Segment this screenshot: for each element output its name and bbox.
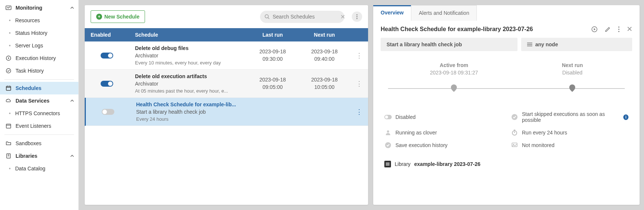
prop-save-history: Save execution history <box>384 142 502 148</box>
table-header: Enabled Schedule Last run Next run <box>85 28 368 41</box>
enable-toggle[interactable] <box>101 81 113 87</box>
row-description: Every 10 minutes, every hour, every day <box>135 60 241 66</box>
row-last-run: 2023-09-1809:30:00 <box>247 44 299 66</box>
chevron-up-icon <box>70 6 74 10</box>
search-schedules[interactable]: ✕ <box>260 11 344 23</box>
tab-alerts[interactable]: Alerts and Notification <box>411 5 477 21</box>
book-icon <box>384 161 391 167</box>
schedule-row[interactable]: Delete old debug files Archivator Every … <box>85 41 368 70</box>
calendar-icon <box>4 85 13 91</box>
svg-point-12 <box>265 15 269 18</box>
enable-toggle[interactable] <box>101 53 113 59</box>
detail-panel: Overview Alerts and Notification Health … <box>373 5 640 205</box>
divider <box>4 134 74 135</box>
nav-schedules[interactable]: Schedules <box>0 82 78 94</box>
nav-server-logs[interactable]: Server Logs <box>0 39 78 52</box>
prop-running-as: Running as clover <box>384 130 502 136</box>
pin-icon <box>569 84 575 92</box>
divider <box>4 79 74 80</box>
row-description: Every 24 hours <box>136 116 241 122</box>
new-schedule-button[interactable]: + New Schedule <box>91 10 145 23</box>
info-row: Start a library health check job any nod… <box>373 38 640 51</box>
list-toolbar: + New Schedule ✕ <box>85 5 368 28</box>
detail-header: Health Check Schedule for example-librar… <box>373 21 640 38</box>
schedule-row[interactable]: Delete old execution artifacts Archivato… <box>85 70 368 98</box>
timeline-next-run: Next run Disabled <box>562 62 583 76</box>
nav-https-connectors[interactable]: HTTPS Connectors <box>0 107 78 120</box>
nav-data-catalog[interactable]: Data Catalog <box>0 162 78 175</box>
tab-overview[interactable]: Overview <box>373 5 411 21</box>
detail-tabs: Overview Alerts and Notification <box>373 5 640 21</box>
chevron-up-icon <box>70 99 74 103</box>
svg-point-19 <box>618 29 619 30</box>
plus-circle-icon: + <box>96 14 102 20</box>
nav-event-listeners[interactable]: Event Listeners <box>0 120 78 132</box>
check-circle-icon <box>384 142 392 148</box>
row-last-run <box>247 108 299 116</box>
svg-point-16 <box>356 18 357 19</box>
row-description: At 05 minutes past the hour, every hour,… <box>135 88 241 94</box>
prop-run-every: Run every 24 hours <box>511 130 628 136</box>
search-input[interactable] <box>273 14 337 20</box>
node-pill: any node <box>521 38 632 51</box>
folder-icon <box>4 140 13 146</box>
row-title: Delete old debug files <box>135 45 241 51</box>
timeline: Active from 2023-09-18 09:31:27 Next run… <box>373 51 640 100</box>
toggle-off-icon <box>384 115 392 119</box>
nav-libraries[interactable]: Libraries <box>0 150 78 162</box>
chevron-up-icon <box>70 154 74 158</box>
nav-monitoring[interactable]: Monitoring <box>0 1 78 14</box>
row-subtitle: Archivator <box>135 81 241 87</box>
svg-rect-3 <box>6 86 11 90</box>
row-next-run: 2023-09-1809:40:00 <box>299 44 350 66</box>
timeline-active-from: Active from 2023-09-18 09:31:27 <box>430 62 478 76</box>
row-menu-button[interactable]: ⋮ <box>353 80 365 88</box>
nav-execution-history[interactable]: Execution History <box>0 52 78 64</box>
schedule-row[interactable]: Health Check Schedule for example-lib...… <box>85 98 368 126</box>
properties: Disabled Start skipped executions as soo… <box>373 100 640 156</box>
enable-toggle[interactable] <box>102 109 114 115</box>
nav-task-history[interactable]: Task History <box>0 64 78 77</box>
row-last-run: 2023-09-1809:05:00 <box>247 73 299 94</box>
sidebar: Monitoring Resources Status History Serv… <box>0 0 79 210</box>
nav-status-history[interactable]: Status History <box>0 27 78 39</box>
cloud-icon <box>4 98 13 104</box>
edit-button[interactable] <box>605 26 611 32</box>
header-schedule: Schedule <box>129 28 247 41</box>
info-icon[interactable]: i <box>623 114 628 120</box>
calendar-clock-icon <box>4 123 13 129</box>
clear-search-icon[interactable]: ✕ <box>340 13 345 20</box>
run-now-button[interactable] <box>591 26 597 32</box>
header-last-run: Last run <box>247 28 299 41</box>
job-pill: Start a library health check job <box>381 38 517 51</box>
prop-skipped: Start skipped executions as soon as poss… <box>511 111 628 123</box>
row-menu-button[interactable]: ⋮ <box>353 108 365 116</box>
main-content: + New Schedule ✕ Enabled Schedule Last r… <box>79 0 644 210</box>
search-icon <box>264 14 270 19</box>
library-link[interactable]: Library example-library 2023-07-26 <box>373 156 640 173</box>
nav-monitoring-label: Monitoring <box>16 5 42 11</box>
svg-line-13 <box>268 18 270 19</box>
nav-sandboxes[interactable]: Sandboxes <box>0 137 78 150</box>
row-subtitle: Archivator <box>135 53 241 59</box>
close-button[interactable] <box>627 26 632 32</box>
row-next-run <box>299 108 350 116</box>
nav-data-services[interactable]: Data Services <box>0 94 78 107</box>
svg-point-27 <box>387 130 389 133</box>
user-icon <box>384 130 392 136</box>
history-play-icon <box>4 55 13 61</box>
chart-gauge-icon <box>4 5 13 11</box>
detail-title: Health Check Schedule for example-librar… <box>381 26 591 33</box>
more-actions-button[interactable] <box>618 26 620 32</box>
svg-point-25 <box>385 116 388 119</box>
row-menu-button[interactable]: ⋮ <box>353 51 365 60</box>
row-next-run: 2023-09-1810:05:00 <box>299 73 350 94</box>
svg-point-20 <box>618 31 619 32</box>
row-subtitle: Start a library health check job <box>136 109 241 115</box>
svg-point-15 <box>356 16 357 17</box>
monitor-icon <box>511 142 518 148</box>
check-circle-icon <box>511 114 518 120</box>
nav-resources[interactable]: Resources <box>0 14 78 27</box>
header-next-run: Next run <box>299 28 350 41</box>
bulk-actions-button[interactable] <box>352 11 362 22</box>
